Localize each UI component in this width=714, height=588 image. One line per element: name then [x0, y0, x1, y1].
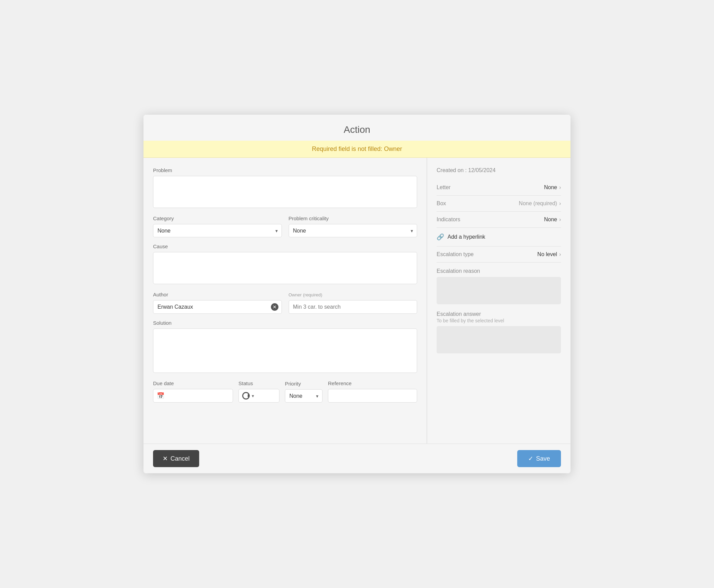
category-select-wrapper: None [153, 224, 282, 237]
reference-field: Reference [328, 380, 417, 403]
cancel-x-icon: ✕ [163, 455, 168, 462]
escalation-type-value: No level › [537, 251, 561, 257]
problem-criticality-field-group: Problem criticality None [289, 215, 417, 237]
add-hyperlink-row[interactable]: 🔗 Add a hyperlink [437, 228, 561, 247]
due-date-field: Due date 📅 [153, 380, 233, 403]
modal-title: Action [143, 115, 571, 141]
solution-field-group: Solution [153, 320, 417, 374]
status-label: Status [238, 380, 279, 386]
problem-criticality-select-wrapper: None [289, 224, 417, 237]
escalation-answer-sublabel: To be filled by the selected level [437, 318, 561, 323]
modal-body: Problem Category None Problem criticalit… [143, 158, 571, 444]
indicators-row[interactable]: Indicators None › [437, 212, 561, 228]
author-field-group: Author ✕ [153, 292, 282, 314]
save-button[interactable]: ✓ Save [517, 450, 561, 467]
created-on: Created on : 12/05/2024 [437, 167, 561, 173]
author-input[interactable] [153, 300, 282, 314]
alert-banner: Required field is not filled: Owner [143, 141, 571, 158]
owner-input[interactable] [289, 300, 417, 314]
letter-row[interactable]: Letter None › [437, 180, 561, 196]
priority-field: Priority None [285, 381, 322, 403]
status-chevron-icon: ▾ [252, 393, 254, 398]
due-date-label: Due date [153, 380, 233, 386]
solution-textarea[interactable] [153, 328, 417, 373]
escalation-reason-label: Escalation reason [437, 268, 561, 274]
category-label: Category [153, 215, 282, 221]
priority-select[interactable]: None [285, 389, 322, 403]
reference-label: Reference [328, 380, 417, 386]
cause-textarea[interactable] [153, 252, 417, 284]
escalation-answer-section: Escalation answer To be filled by the se… [437, 311, 561, 355]
escalation-reason-section: Escalation reason [437, 268, 561, 306]
indicators-value: None › [544, 216, 561, 223]
author-clear-button[interactable]: ✕ [271, 303, 278, 311]
escalation-type-row[interactable]: Escalation type No level › [437, 247, 561, 263]
problem-field-group: Problem [153, 167, 417, 209]
escalation-type-label: Escalation type [437, 251, 474, 257]
reference-input[interactable] [328, 389, 417, 403]
author-label: Author [153, 292, 282, 297]
cancel-button[interactable]: ✕ Cancel [153, 450, 199, 467]
letter-chevron-icon: › [559, 184, 561, 191]
letter-label: Letter [437, 184, 451, 191]
action-modal: Action Required field is not filled: Own… [143, 115, 571, 473]
due-date-input-wrap[interactable]: 📅 [153, 389, 233, 403]
priority-label: Priority [285, 381, 322, 387]
escalation-type-chevron-icon: › [559, 251, 561, 257]
modal-footer: ✕ Cancel ✓ Save [143, 444, 571, 473]
status-select-wrap[interactable]: ▾ [238, 389, 279, 403]
problem-textarea[interactable] [153, 176, 417, 208]
due-date-input[interactable] [164, 393, 229, 399]
save-check-icon: ✓ [528, 455, 533, 462]
add-hyperlink-text: Add a hyperlink [448, 234, 485, 240]
right-panel: Created on : 12/05/2024 Letter None › Bo… [427, 158, 571, 444]
problem-criticality-label: Problem criticality [289, 215, 417, 221]
owner-label: Owner (required) [289, 292, 417, 297]
bottom-row: Due date 📅 Status ▾ Priority [153, 380, 417, 403]
owner-input-wrapper [289, 300, 417, 314]
author-owner-row: Author ✕ Owner (required) [153, 292, 417, 314]
problem-label: Problem [153, 167, 417, 173]
box-value: None (required) › [519, 200, 561, 207]
escalation-answer-textarea[interactable] [437, 326, 561, 353]
indicators-label: Indicators [437, 216, 460, 223]
problem-criticality-select[interactable]: None [289, 224, 417, 237]
category-criticality-row: Category None Problem criticality None [153, 215, 417, 237]
left-panel: Problem Category None Problem criticalit… [143, 158, 427, 444]
category-select[interactable]: None [153, 224, 282, 237]
author-input-wrapper: ✕ [153, 300, 282, 314]
priority-select-wrapper: None [285, 389, 322, 403]
status-field: Status ▾ [238, 380, 279, 403]
box-label: Box [437, 200, 446, 207]
indicators-chevron-icon: › [559, 216, 561, 223]
escalation-answer-label: Escalation answer [437, 311, 561, 317]
link-icon: 🔗 [437, 233, 444, 241]
box-row[interactable]: Box None (required) › [437, 196, 561, 212]
status-circle-icon [242, 392, 250, 400]
letter-value: None › [544, 184, 561, 191]
cause-field-group: Cause [153, 243, 417, 285]
category-field-group: Category None [153, 215, 282, 237]
box-chevron-icon: › [559, 200, 561, 207]
calendar-icon: 📅 [157, 392, 164, 400]
owner-field-group: Owner (required) [289, 292, 417, 314]
escalation-reason-textarea[interactable] [437, 277, 561, 304]
cause-label: Cause [153, 243, 417, 249]
solution-label: Solution [153, 320, 417, 326]
